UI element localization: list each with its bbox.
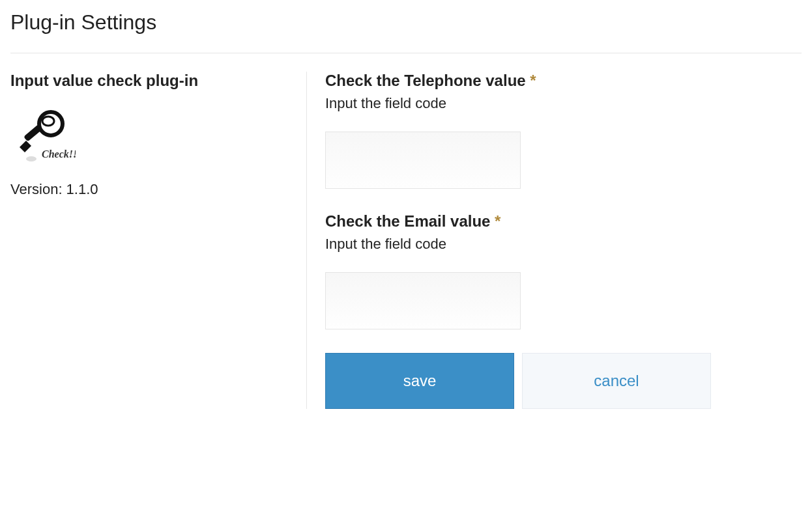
email-label-text: Check the Email value: [325, 212, 495, 230]
page-title: Plug-in Settings: [10, 10, 802, 35]
telephone-label: Check the Telephone value *: [325, 72, 802, 90]
svg-marker-3: [20, 141, 31, 152]
content-area: Input value check plug-in Check!! Versio…: [10, 72, 802, 409]
cancel-button[interactable]: cancel: [522, 353, 711, 409]
telephone-hint: Input the field code: [325, 95, 802, 112]
plugin-info-panel: Input value check plug-in Check!! Versio…: [10, 72, 307, 409]
plugin-name: Input value check plug-in: [10, 72, 291, 90]
settings-form: Check the Telephone value * Input the fi…: [307, 72, 802, 409]
svg-text:Check!!: Check!!: [42, 148, 76, 160]
telephone-required-mark: *: [530, 72, 536, 89]
email-hint: Input the field code: [325, 236, 802, 253]
telephone-input[interactable]: [325, 132, 521, 189]
svg-point-1: [42, 117, 54, 126]
email-input[interactable]: [325, 272, 521, 329]
telephone-label-text: Check the Telephone value: [325, 72, 530, 89]
button-row: save cancel: [325, 353, 802, 409]
magnifier-check-icon: Check!!: [10, 105, 76, 171]
svg-rect-2: [23, 124, 42, 142]
email-required-mark: *: [495, 212, 500, 230]
email-label: Check the Email value *: [325, 212, 802, 231]
svg-point-5: [26, 156, 36, 161]
email-field-group: Check the Email value * Input the field …: [325, 212, 802, 329]
plugin-version: Version: 1.1.0: [10, 181, 291, 198]
telephone-field-group: Check the Telephone value * Input the fi…: [325, 72, 802, 189]
save-button[interactable]: save: [325, 353, 514, 409]
header-divider: [10, 53, 802, 53]
